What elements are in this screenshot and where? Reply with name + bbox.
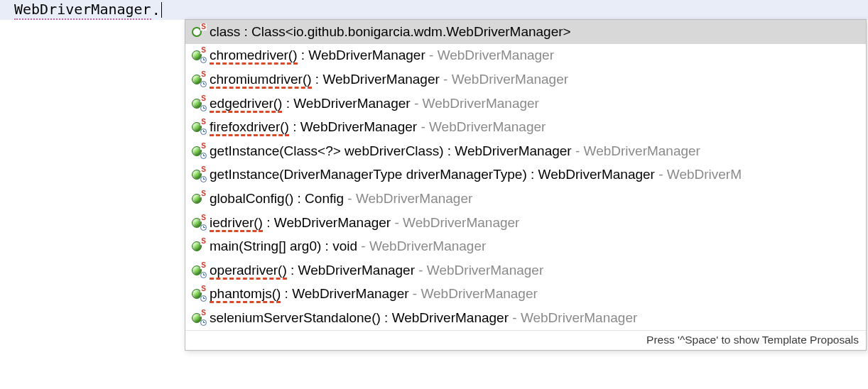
autocomplete-item-label: class : Class<io.github.bonigarcia.wdm.W… [210, 24, 571, 40]
autocomplete-item-label: firefoxdriver() : WebDriverManager - Web… [210, 119, 546, 135]
static-badge-icon: S [200, 166, 207, 173]
method-icon: S [191, 121, 205, 133]
autocomplete-item-declaring-class: - WebDriverManager [344, 191, 472, 206]
method-icon: S [191, 192, 205, 205]
static-badge-icon: S [200, 23, 207, 31]
autocomplete-item-label: seleniumServerStandalone() : WebDriverMa… [210, 310, 637, 326]
autocomplete-item-method-name: edgedriver() [210, 96, 282, 111]
static-badge-icon: S [200, 95, 207, 102]
autocomplete-item-declaring-class: - WebDriverManager [417, 119, 546, 134]
autocomplete-popup[interactable]: Sclass : Class<io.github.bonigarcia.wdm.… [185, 19, 867, 351]
autocomplete-item[interactable]: SgetInstance(DriverManagerType driverMan… [185, 163, 866, 187]
autocomplete-item-declaring-class: - WebDriverM [655, 167, 742, 182]
autocomplete-item[interactable]: Sedgedriver() : WebDriverManager - WebDr… [185, 92, 866, 116]
method-icon: S [191, 217, 205, 229]
autocomplete-item[interactable]: SglobalConfig() : Config - WebDriverMana… [185, 187, 866, 211]
method-icon: S [191, 97, 205, 110]
clock-badge-icon [200, 272, 207, 278]
method-icon: S [191, 26, 205, 38]
clock-badge-icon [200, 105, 207, 111]
autocomplete-item-label: iedriver() : WebDriverManager - WebDrive… [210, 215, 519, 231]
static-badge-icon: S [200, 71, 207, 78]
method-icon: S [191, 240, 205, 253]
method-icon: S [191, 49, 205, 62]
clock-badge-icon [200, 319, 207, 326]
autocomplete-item-method-name: firefoxdriver() [210, 119, 289, 134]
autocomplete-item-declaring-class: - WebDriverManager [411, 96, 539, 111]
static-badge-icon: S [200, 47, 207, 54]
text-cursor [161, 2, 163, 18]
autocomplete-item-label: chromedriver() : WebDriverManager - WebD… [210, 48, 554, 63]
autocomplete-item[interactable]: Smain(String[] arg0) : void - WebDriverM… [185, 234, 866, 258]
autocomplete-footer: Press '^Space' to show Template Proposal… [185, 330, 866, 350]
autocomplete-item-method-name: phantomjs() [210, 286, 281, 301]
clock-badge-icon [200, 128, 207, 135]
autocomplete-item-label: phantomjs() : WebDriverManager - WebDriv… [210, 286, 538, 302]
editor-current-line[interactable]: WebDriverManager. [0, 0, 868, 20]
clock-badge-icon [200, 153, 207, 159]
static-badge-icon: S [200, 143, 207, 150]
autocomplete-item[interactable]: Soperadriver() : WebDriverManager - WebD… [185, 258, 866, 283]
autocomplete-item-declaring-class: - WebDriverManager [572, 143, 700, 158]
method-icon: S [191, 264, 205, 277]
autocomplete-item-label: chromiumdriver() : WebDriverManager - We… [210, 72, 568, 87]
method-icon: S [191, 312, 205, 324]
clock-badge-icon [200, 57, 207, 63]
autocomplete-item-declaring-class: - WebDriverManager [440, 72, 568, 87]
clock-badge-icon [200, 81, 207, 87]
static-badge-icon: S [200, 119, 207, 126]
autocomplete-item[interactable]: Sphantomjs() : WebDriverManager - WebDri… [185, 283, 866, 307]
autocomplete-item-method-name: chromiumdriver() [210, 72, 312, 87]
static-badge-icon: S [200, 214, 207, 221]
autocomplete-item-label: edgedriver() : WebDriverManager - WebDri… [210, 96, 539, 111]
autocomplete-item-method-name: chromedriver() [210, 48, 298, 62]
autocomplete-item-label: operadriver() : WebDriverManager - WebDr… [210, 263, 543, 278]
typed-classname: WebDriverManager [14, 1, 151, 20]
autocomplete-item[interactable]: Sfirefoxdriver() : WebDriverManager - We… [185, 115, 866, 139]
autocomplete-item-declaring-class: - WebDriverManager [409, 286, 538, 301]
autocomplete-item-declaring-class: - WebDriverManager [509, 310, 637, 325]
typed-dot: . [152, 1, 161, 18]
autocomplete-item[interactable]: SgetInstance(Class<?> webDriverClass) : … [185, 139, 866, 163]
autocomplete-item-method-name: iedriver() [210, 215, 263, 230]
autocomplete-item-label: globalConfig() : Config - WebDriverManag… [210, 191, 472, 207]
autocomplete-item-method-name: operadriver() [210, 263, 287, 278]
clock-badge-icon [200, 176, 207, 182]
autocomplete-item[interactable]: Siedriver() : WebDriverManager - WebDriv… [185, 211, 866, 235]
autocomplete-item-declaring-class: - WebDriverManager [425, 48, 554, 62]
clock-badge-icon [200, 224, 207, 231]
autocomplete-item[interactable]: Schromedriver() : WebDriverManager - Web… [185, 44, 866, 68]
autocomplete-item-declaring-class: - WebDriverManager [391, 215, 519, 230]
method-icon: S [191, 145, 205, 158]
autocomplete-item[interactable]: Schromiumdriver() : WebDriverManager - W… [185, 67, 866, 92]
clock-badge-icon [200, 295, 207, 302]
autocomplete-item[interactable]: SseleniumServerStandalone() : WebDriverM… [185, 306, 866, 330]
autocomplete-item-label: getInstance(Class<?> webDriverClass) : W… [210, 143, 700, 159]
method-icon: S [191, 168, 205, 181]
static-badge-icon: S [200, 285, 207, 292]
autocomplete-item-declaring-class: - WebDriverManager [415, 263, 543, 278]
autocomplete-item-declaring-class: - WebDriverManager [357, 239, 486, 253]
static-badge-icon: S [200, 238, 207, 245]
method-icon: S [191, 287, 205, 300]
static-badge-icon: S [200, 309, 207, 317]
autocomplete-item-label: getInstance(DriverManagerType driverMana… [210, 167, 742, 182]
static-badge-icon: S [200, 190, 207, 197]
method-icon: S [191, 73, 205, 86]
autocomplete-item-label: main(String[] arg0) : void - WebDriverMa… [210, 239, 486, 254]
autocomplete-list: Sclass : Class<io.github.bonigarcia.wdm.… [185, 20, 866, 330]
autocomplete-item[interactable]: Sclass : Class<io.github.bonigarcia.wdm.… [185, 20, 866, 44]
static-badge-icon: S [200, 262, 207, 269]
